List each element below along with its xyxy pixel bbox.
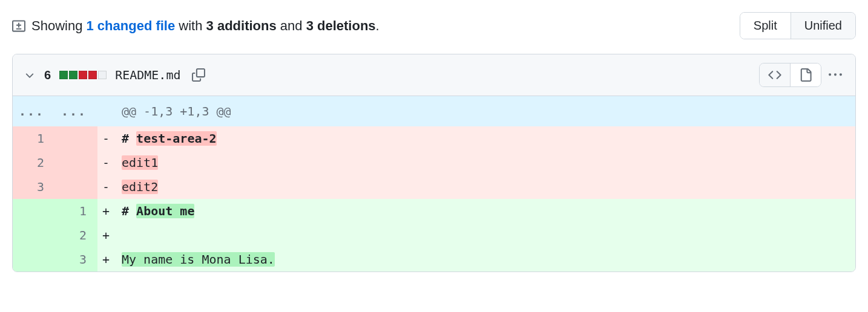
diff-row: 3+My name is Mona Lisa. [13, 247, 855, 271]
diff-row: 3-edit2 [13, 175, 855, 199]
old-line-number[interactable]: 1 [13, 126, 55, 151]
new-line-number[interactable] [55, 175, 97, 199]
code-segment: # [122, 131, 136, 146]
copy-path-button[interactable] [189, 66, 208, 84]
diff-marker: + [97, 199, 114, 223]
old-line-number[interactable]: 3 [13, 175, 55, 199]
diff-marker: - [97, 126, 114, 151]
chevron-down-icon [24, 69, 36, 81]
summary-and: and [277, 18, 306, 33]
new-line-number[interactable] [55, 126, 97, 151]
diff-row: 1-# test-area-2 [13, 126, 855, 151]
rendered-view-button[interactable] [791, 63, 821, 86]
code-segment: About me [136, 204, 194, 218]
code-segment: edit1 [122, 155, 158, 170]
diff-marker: - [97, 151, 114, 175]
diff-row: 2-edit1 [13, 151, 855, 175]
summary-left: Showing 1 changed file with 3 additions … [12, 18, 380, 34]
diffstat-block-neutral [98, 71, 107, 79]
diff-marker: + [97, 223, 114, 247]
hunk-expand-new[interactable]: ... [55, 96, 97, 126]
source-rendered-toggle [759, 63, 821, 87]
diff-code[interactable]: edit2 [114, 175, 855, 199]
diff-settings-icon[interactable] [12, 19, 25, 33]
diffstat-block-add [69, 71, 77, 79]
code-segment: test-area-2 [136, 131, 216, 146]
diff-row: 2+ [13, 223, 855, 247]
new-line-number[interactable]: 1 [55, 199, 97, 223]
new-line-number[interactable]: 3 [55, 247, 97, 271]
collapse-file-button[interactable] [24, 69, 36, 81]
source-view-button[interactable] [760, 63, 791, 86]
diff-code[interactable]: edit1 [114, 151, 855, 175]
diff-marker: - [97, 175, 114, 199]
old-line-number[interactable] [13, 199, 55, 223]
summary-suffix: . [376, 18, 380, 33]
hunk-header-row: ... ... @@ -1,3 +1,3 @@ [13, 96, 855, 126]
file-change-count: 6 [44, 68, 51, 82]
diff-view-toggle: Split Unified [740, 12, 856, 39]
diff-row: 1+# About me [13, 199, 855, 223]
unified-view-button[interactable]: Unified [791, 13, 855, 39]
changed-files-link[interactable]: 1 changed file [87, 18, 176, 33]
diffstat-block-del [88, 71, 97, 79]
summary-prefix: Showing [31, 18, 87, 33]
code-segment: My name is Mona Lisa. [122, 252, 275, 267]
new-line-number[interactable] [55, 151, 97, 175]
hunk-marker [97, 96, 114, 126]
diff-marker: + [97, 247, 114, 271]
hunk-expand-old[interactable]: ... [13, 96, 55, 126]
old-line-number[interactable] [13, 223, 55, 247]
diff-code[interactable]: My name is Mona Lisa. [114, 247, 855, 271]
file-icon [799, 68, 812, 82]
file-menu-button[interactable] [826, 66, 844, 84]
kebab-icon [829, 68, 842, 82]
diffstat-blocks [59, 71, 107, 79]
code-segment: # [122, 204, 136, 218]
file-header: 6 README.md [13, 54, 855, 96]
diff-file-box: 6 README.md ... ... [12, 54, 856, 272]
new-line-number[interactable]: 2 [55, 223, 97, 247]
file-name[interactable]: README.md [115, 68, 180, 82]
hunk-header-text: @@ -1,3 +1,3 @@ [114, 96, 855, 126]
copy-icon [192, 68, 205, 82]
file-header-right [759, 63, 844, 87]
old-line-number[interactable]: 2 [13, 151, 55, 175]
diff-code[interactable]: # test-area-2 [114, 126, 855, 151]
diff-summary-bar: Showing 1 changed file with 3 additions … [12, 12, 856, 39]
summary-text: Showing 1 changed file with 3 additions … [31, 18, 380, 34]
diffstat-block-del [79, 71, 87, 79]
diff-table: ... ... @@ -1,3 +1,3 @@ 1-# test-area-22… [13, 96, 855, 271]
diff-code[interactable] [114, 223, 855, 247]
code-icon [768, 68, 781, 82]
file-header-left: 6 README.md [24, 66, 208, 84]
old-line-number[interactable] [13, 247, 55, 271]
diff-code[interactable]: # About me [114, 199, 855, 223]
diffstat-block-add [59, 71, 68, 79]
split-view-button[interactable]: Split [740, 13, 791, 39]
additions-count: 3 additions [206, 18, 277, 33]
summary-mid: with [175, 18, 206, 33]
deletions-count: 3 deletions [306, 18, 376, 33]
code-segment: edit2 [122, 180, 158, 194]
